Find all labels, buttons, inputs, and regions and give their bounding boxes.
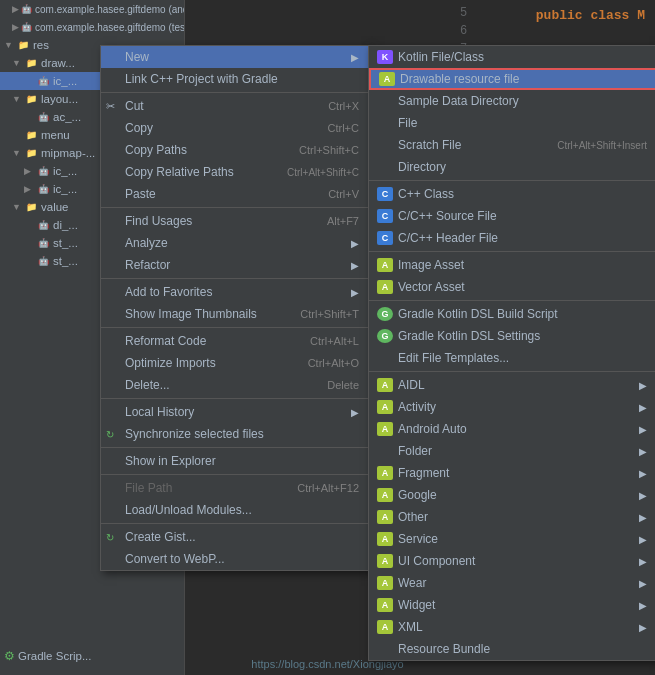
submenu-item-kotlin-file[interactable]: K Kotlin File/Class: [369, 46, 655, 68]
submenu-item-xml[interactable]: A XML ▶: [369, 616, 655, 638]
submenu-item-google[interactable]: A Google ▶: [369, 484, 655, 506]
folder-icon: 📁: [24, 92, 38, 106]
android-icon: 🤖: [36, 74, 50, 88]
submenu-arrow-icon: ▶: [639, 402, 647, 413]
shortcut-label: Ctrl+Shift+T: [300, 308, 359, 320]
menu-item-convert-webp[interactable]: Convert to WebP...: [101, 548, 369, 570]
submenu-item-file[interactable]: File: [369, 112, 655, 134]
submenu-item-folder[interactable]: Folder ▶: [369, 440, 655, 462]
submenu-item-label: Directory: [398, 160, 446, 174]
menu-item-reformat[interactable]: Reformat Code Ctrl+Alt+L: [101, 330, 369, 352]
menu-item-copy[interactable]: Copy Ctrl+C: [101, 117, 369, 139]
menu-item-new[interactable]: New ▶: [101, 46, 369, 68]
menu-item-local-history[interactable]: Local History ▶: [101, 401, 369, 423]
menu-item-label: Paste: [125, 187, 318, 201]
submenu-separator: [369, 371, 655, 372]
sidebar-item-label: ic_...: [53, 75, 77, 87]
menu-item-refactor[interactable]: Refactor ▶: [101, 254, 369, 276]
menu-item-synchronize[interactable]: ↻ Synchronize selected files: [101, 423, 369, 445]
menu-item-optimize[interactable]: Optimize Imports Ctrl+Alt+O: [101, 352, 369, 374]
menu-item-label: Show in Explorer: [125, 454, 359, 468]
sync-icon: ↻: [106, 429, 114, 440]
folder-icon: 📁: [24, 56, 38, 70]
cpp-source-icon: C: [377, 209, 393, 223]
submenu-item-widget[interactable]: A Widget ▶: [369, 594, 655, 616]
submenu-item-android-auto[interactable]: A Android Auto ▶: [369, 418, 655, 440]
tree-arrow: ▶: [12, 22, 19, 32]
list-item[interactable]: ▶ 🤖 com.example.hasee.giftdemo (androidT…: [0, 0, 184, 18]
android-auto-icon: A: [377, 422, 393, 436]
submenu-item-drawable-resource[interactable]: A Drawable resource file: [369, 68, 655, 90]
submenu-arrow-icon: ▶: [639, 578, 647, 589]
sidebar-item-label: res: [33, 39, 49, 51]
menu-item-label: Add to Favorites: [125, 285, 347, 299]
submenu-item-sample-data[interactable]: Sample Data Directory: [369, 90, 655, 112]
submenu-item-label: Gradle Kotlin DSL Build Script: [398, 307, 558, 321]
list-item[interactable]: ▶ 🤖 com.example.hasee.giftdemo (test): [0, 18, 184, 36]
submenu-item-label: C/C++ Source File: [398, 209, 497, 223]
submenu-item-cpp-header[interactable]: C C/C++ Header File: [369, 227, 655, 249]
submenu-item-wear[interactable]: A Wear ▶: [369, 572, 655, 594]
menu-item-label: Delete...: [125, 378, 317, 392]
directory-icon: [377, 160, 393, 174]
submenu-item-edit-templates[interactable]: Edit File Templates...: [369, 347, 655, 369]
submenu-item-scratch-file[interactable]: Scratch File Ctrl+Alt+Shift+Insert: [369, 134, 655, 156]
menu-item-label: Create Gist...: [125, 530, 359, 544]
submenu-item-gradle-kotlin-settings[interactable]: G Gradle Kotlin DSL Settings: [369, 325, 655, 347]
menu-item-label: Show Image Thumbnails: [125, 307, 290, 321]
submenu-item-fragment[interactable]: A Fragment ▶: [369, 462, 655, 484]
submenu-item-vector-asset[interactable]: A Vector Asset: [369, 276, 655, 298]
shortcut-label: Ctrl+C: [328, 122, 359, 134]
sidebar-item-label: com.example.hasee.giftdemo (test): [35, 22, 185, 33]
menu-item-create-gist[interactable]: ↻ Create Gist...: [101, 526, 369, 548]
scratch-icon: [377, 138, 393, 152]
shortcut-label: Delete: [327, 379, 359, 391]
submenu-item-resource-bundle[interactable]: Resource Bundle: [369, 638, 655, 660]
menu-item-copy-relative[interactable]: Copy Relative Paths Ctrl+Alt+Shift+C: [101, 161, 369, 183]
menu-item-paste[interactable]: Paste Ctrl+V: [101, 183, 369, 205]
submenu-item-ui-component[interactable]: A UI Component ▶: [369, 550, 655, 572]
submenu-arrow-icon: ▶: [639, 424, 647, 435]
submenu-item-service[interactable]: A Service ▶: [369, 528, 655, 550]
menu-item-analyze[interactable]: Analyze ▶: [101, 232, 369, 254]
submenu-item-gradle-kotlin-dsl[interactable]: G Gradle Kotlin DSL Build Script: [369, 303, 655, 325]
submenu-item-activity[interactable]: A Activity ▶: [369, 396, 655, 418]
menu-item-label: Synchronize selected files: [125, 427, 359, 441]
sidebar-item-label: layou...: [41, 93, 78, 105]
fragment-icon: A: [377, 466, 393, 480]
menu-item-label: Cut: [125, 99, 318, 113]
resource-bundle-icon: [377, 642, 393, 656]
menu-item-add-favorites[interactable]: Add to Favorites ▶: [101, 281, 369, 303]
menu-separator: [101, 92, 369, 93]
menu-item-label: Copy: [125, 121, 318, 135]
menu-item-link-cpp[interactable]: Link C++ Project with Gradle: [101, 68, 369, 90]
menu-item-cut[interactable]: ✂ Cut Ctrl+X: [101, 95, 369, 117]
submenu-item-image-asset[interactable]: A Image Asset: [369, 254, 655, 276]
submenu-arrow-icon: ▶: [639, 600, 647, 611]
menu-item-delete[interactable]: Delete... Delete: [101, 374, 369, 396]
sidebar-item-label: st_...: [53, 237, 78, 249]
submenu-item-directory[interactable]: Directory: [369, 156, 655, 178]
menu-item-find-usages[interactable]: Find Usages Alt+F7: [101, 210, 369, 232]
submenu-item-aidl[interactable]: A AIDL ▶: [369, 374, 655, 396]
submenu-item-label: Gradle Kotlin DSL Settings: [398, 329, 540, 343]
image-asset-icon: A: [377, 258, 393, 272]
submenu-item-other[interactable]: A Other ▶: [369, 506, 655, 528]
shortcut-label: Ctrl+Alt+F12: [297, 482, 359, 494]
shortcut-label: Ctrl+Alt+Shift+Insert: [557, 140, 647, 151]
menu-item-copy-paths[interactable]: Copy Paths Ctrl+Shift+C: [101, 139, 369, 161]
submenu-arrow-icon: ▶: [639, 512, 647, 523]
new-submenu: K Kotlin File/Class A Drawable resource …: [368, 45, 655, 661]
menu-item-load-unload[interactable]: Load/Unload Modules...: [101, 499, 369, 521]
menu-item-show-explorer[interactable]: Show in Explorer: [101, 450, 369, 472]
menu-item-show-thumbnails[interactable]: Show Image Thumbnails Ctrl+Shift+T: [101, 303, 369, 325]
submenu-item-label: Scratch File: [398, 138, 461, 152]
android-icon: 🤖: [36, 164, 50, 178]
submenu-item-cpp-source[interactable]: C C/C++ Source File: [369, 205, 655, 227]
submenu-arrow-icon: ▶: [639, 446, 647, 457]
menu-item-file-path[interactable]: File Path Ctrl+Alt+F12: [101, 477, 369, 499]
submenu-item-cpp-class[interactable]: C C++ Class: [369, 183, 655, 205]
android-icon: 🤖: [21, 2, 32, 16]
submenu-arrow-icon: ▶: [639, 380, 647, 391]
menu-item-label: Refactor: [125, 258, 347, 272]
